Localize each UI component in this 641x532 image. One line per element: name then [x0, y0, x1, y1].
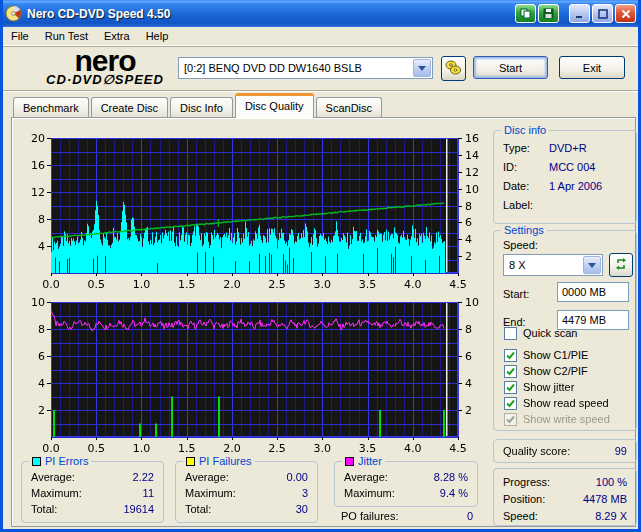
progress-label: Progress: — [503, 476, 550, 488]
speed-select-value: 8 X — [509, 259, 526, 271]
close-button[interactable] — [615, 4, 636, 23]
pif-average-label: Average: — [185, 471, 229, 483]
menu-extra[interactable]: Extra — [96, 28, 138, 44]
jitter-maximum-value: 9.4 % — [440, 487, 468, 499]
pie-average-label: Average: — [31, 471, 75, 483]
drive-select-value: [0:2] BENQ DVD DD DW1640 BSLB — [184, 62, 362, 74]
disc-type-value: DVD+R — [549, 142, 587, 154]
title-bar[interactable]: Nero CD-DVD Speed 4.50 — [0, 0, 641, 27]
settings-panel: Settings Speed: 8 X Start: 0000 MB End: … — [493, 230, 637, 431]
refresh-icon — [614, 257, 628, 273]
pi-failures-legend-swatch — [186, 457, 195, 466]
tab-disc-info[interactable]: Disc Info — [170, 97, 233, 118]
pi-failures-title: PI Failures — [199, 455, 252, 468]
disc-date-value: 1 Apr 2006 — [549, 180, 602, 192]
app-window: Nero CD-DVD Speed 4.50 File Run Test Ext… — [0, 0, 641, 532]
disc-type-label: Type: — [503, 142, 530, 154]
pie-total-value: 19614 — [123, 503, 154, 515]
dropdown-arrow-icon — [588, 263, 596, 268]
window-title: Nero CD-DVD Speed 4.50 — [27, 7, 513, 21]
progress-panel: Progress:100 % Position:4478 MB Speed:8.… — [493, 468, 637, 526]
dropdown-arrow-icon — [418, 66, 426, 71]
jitter-average-value: 8.28 % — [434, 471, 468, 483]
refresh-button[interactable] — [609, 253, 633, 277]
pi-errors-legend-swatch — [32, 457, 41, 466]
checkbox-box[interactable] — [504, 365, 517, 378]
checkbox-box[interactable] — [504, 397, 517, 410]
nero-logo-text: nero — [15, 48, 195, 74]
tab-create-disc[interactable]: Create Disc — [91, 97, 168, 118]
maximize-icon — [598, 5, 608, 23]
quick-scan-label: Quick scan — [523, 327, 577, 339]
speed-select-arrow-button[interactable] — [583, 256, 601, 274]
header-band: nero CD·DVD∅SPEED [0:2] BENQ DVD DD DW16… — [3, 47, 638, 91]
pie-maximum-value: 11 — [143, 487, 154, 499]
pi-errors-chart — [19, 124, 491, 292]
show-read-speed-label: Show read speed — [523, 397, 609, 409]
close-icon — [621, 5, 631, 23]
quality-score-value: 99 — [615, 445, 627, 457]
start-position-field[interactable]: 0000 MB — [557, 282, 629, 302]
checkbox-box[interactable] — [504, 327, 517, 340]
po-failures-label: PO failures: — [341, 510, 398, 522]
start-button[interactable]: Start — [473, 56, 548, 79]
exit-button[interactable]: Exit — [559, 56, 625, 79]
save-icon — [543, 5, 554, 23]
pi-failures-panel: PI Failures Average:0.00 Maximum:3 Total… — [175, 461, 318, 523]
tab-strip: Benchmark Create Disc Disc Info Disc Qua… — [13, 94, 384, 118]
tab-disc-quality[interactable]: Disc Quality — [235, 93, 314, 118]
drive-select-arrow-button[interactable] — [413, 59, 431, 77]
menu-run-test[interactable]: Run Test — [37, 28, 96, 44]
pi-errors-panel: PI Errors Average:2.22 Maximum:11 Total:… — [21, 461, 164, 523]
speed-label: Speed: — [503, 239, 538, 251]
quality-score-label: Quality score: — [503, 445, 570, 457]
speed-select[interactable]: 8 X — [503, 254, 603, 276]
eject-disc-button[interactable] — [441, 56, 466, 81]
position-label: Position: — [503, 493, 545, 505]
pif-average-value: 0.00 — [287, 471, 308, 483]
po-failures-row: PO failures: 0 — [341, 510, 473, 523]
show-write-speed-label: Show write speed — [523, 413, 610, 425]
minimize-button[interactable] — [569, 4, 590, 23]
cddvdspeed-logo-text: CD·DVD∅SPEED — [15, 74, 195, 86]
minimize-icon — [575, 5, 585, 23]
pie-maximum-label: Maximum: — [31, 487, 82, 499]
speed-readout-label: Speed: — [503, 510, 538, 522]
show-c2-pif-label: Show C2/PIF — [523, 365, 588, 377]
copy-icon — [520, 5, 531, 23]
pif-maximum-value: 3 — [302, 487, 308, 499]
jitter-pif-chart — [19, 288, 491, 454]
drive-select[interactable]: [0:2] BENQ DVD DD DW1640 BSLB — [178, 57, 433, 79]
disc-date-label: Date: — [503, 180, 529, 192]
jitter-maximum-label: Maximum: — [344, 487, 395, 499]
pif-total-label: Total: — [185, 503, 211, 515]
copy-button[interactable] — [515, 4, 536, 23]
maximize-button[interactable] — [592, 4, 613, 23]
checkbox-box[interactable] — [504, 349, 517, 362]
checkbox-box[interactable] — [504, 381, 517, 394]
disc-id-label: ID: — [503, 161, 517, 173]
pif-total-value: 30 — [296, 503, 308, 515]
settings-title: Settings — [501, 224, 547, 237]
jitter-panel: Jitter Average:8.28 % Maximum:9.4 % — [334, 461, 478, 507]
disc-id-value: MCC 004 — [549, 161, 595, 173]
show-c1-pie-label: Show C1/PIE — [523, 349, 588, 361]
disc-info-title: Disc info — [501, 124, 549, 137]
checkbox-box — [504, 413, 517, 426]
jitter-title: Jitter — [358, 455, 382, 468]
quality-score-panel: Quality score:99 — [493, 439, 637, 463]
eject-discs-icon — [445, 60, 462, 77]
tab-benchmark[interactable]: Benchmark — [13, 97, 89, 118]
pie-total-label: Total: — [31, 503, 57, 515]
nero-logo: nero CD·DVD∅SPEED — [15, 48, 195, 86]
app-icon — [5, 5, 22, 22]
jitter-legend-swatch — [345, 457, 354, 466]
tab-scandisc[interactable]: ScanDisc — [316, 97, 382, 118]
menu-help[interactable]: Help — [138, 28, 177, 44]
jitter-average-label: Average: — [344, 471, 388, 483]
save-button[interactable] — [538, 4, 559, 23]
pif-maximum-label: Maximum: — [185, 487, 236, 499]
menu-file[interactable]: File — [3, 28, 37, 44]
po-failures-value: 0 — [467, 510, 473, 522]
position-value: 4478 MB — [583, 493, 627, 505]
